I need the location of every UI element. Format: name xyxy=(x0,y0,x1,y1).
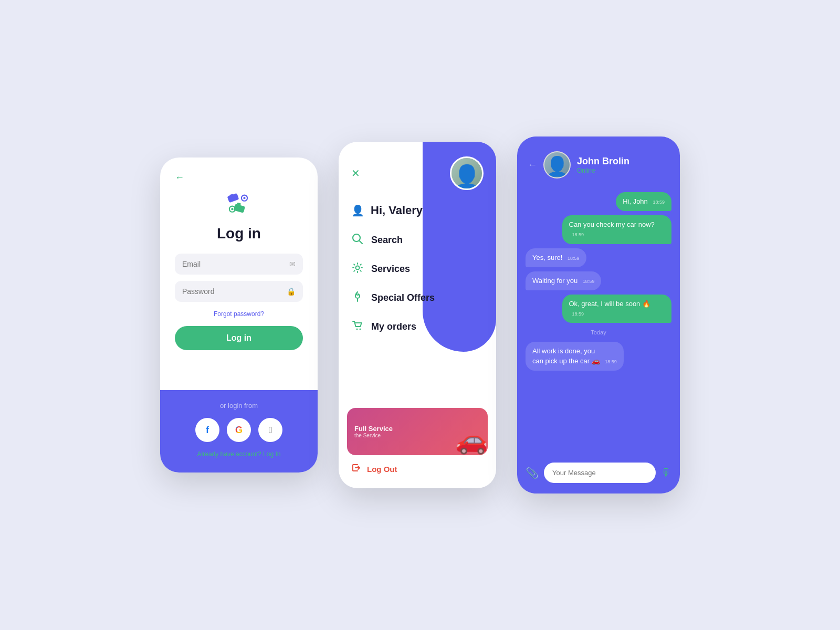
facebook-login-button[interactable]: f xyxy=(195,418,219,442)
svg-point-5 xyxy=(231,208,233,210)
password-input[interactable] xyxy=(182,287,287,296)
lock-icon: 🔒 xyxy=(287,287,296,296)
forgot-password-link[interactable]: Forgot password? xyxy=(214,310,264,318)
card-title: Full Service xyxy=(354,425,393,433)
svg-point-7 xyxy=(243,197,245,199)
password-field-container[interactable]: 🔒 xyxy=(175,281,303,302)
search-icon xyxy=(351,233,364,247)
close-button[interactable]: ✕ xyxy=(351,167,360,180)
message-bubble: Waiting for you 18:59 xyxy=(526,271,601,290)
message-time: 18:59 xyxy=(572,311,584,317)
google-icon: G xyxy=(235,425,243,436)
login-button[interactable]: Log in xyxy=(175,326,303,350)
contact-name: John Brolin xyxy=(577,156,629,167)
menu-items-list: Search Services Special Offers My orders xyxy=(339,217,496,408)
message-bubble: Can you check my car now? 18:59 xyxy=(562,215,672,244)
svg-rect-0 xyxy=(227,193,239,203)
person-icon: 👤 xyxy=(351,204,364,217)
menu-item-search[interactable]: Search xyxy=(351,228,484,253)
login-social-section: or login from f G  Already have account… xyxy=(160,390,318,472)
apple-icon:  xyxy=(269,425,272,436)
message-text: Waiting for you xyxy=(532,277,578,285)
greeting-text: Hi, Valery xyxy=(371,204,423,217)
message-bubble: Yes, sure! 18:59 xyxy=(526,248,586,267)
contact-status: Online xyxy=(577,167,629,174)
message-time: 18:59 xyxy=(653,200,665,205)
avatar-face-icon: 👤 xyxy=(545,155,569,177)
avatar-image: 👤 xyxy=(544,152,570,177)
gear-icon xyxy=(351,262,364,276)
menu-header: ✕ 👤 xyxy=(339,142,496,198)
message-bubble: All work is done, youcan pick up the car… xyxy=(526,342,624,370)
page-title: Log in xyxy=(217,225,261,242)
avatar-image: 👤 xyxy=(452,158,482,188)
login-screen: ← Log in ✉ 🔒 Forgot password? xyxy=(160,158,318,472)
logout-label: Log Out xyxy=(367,465,397,474)
message-text: Hi, John xyxy=(623,197,648,205)
message-time: 18:59 xyxy=(572,232,584,237)
orders-label: My orders xyxy=(371,321,416,332)
message-time: 18:59 xyxy=(568,256,580,261)
menu-item-orders[interactable]: My orders xyxy=(351,314,484,339)
email-field-container[interactable]: ✉ xyxy=(175,254,303,275)
email-input[interactable] xyxy=(182,260,289,268)
chat-screen: ← 👤 John Brolin Online Hi, John 18:59 Ca… xyxy=(517,136,680,494)
chat-user-info: John Brolin Online xyxy=(577,156,629,174)
login-top-section: ← Log in ✉ 🔒 Forgot password? xyxy=(160,158,318,390)
menu-item-special-offers[interactable]: Special Offers xyxy=(351,286,484,310)
special-offers-label: Special Offers xyxy=(371,292,435,303)
search-label: Search xyxy=(371,235,403,246)
car-icon: 🚗 xyxy=(455,425,488,455)
signin-link[interactable]: Log In xyxy=(263,450,280,458)
message-text: Ok, great, I will be soon 🔥 xyxy=(569,300,650,308)
message-time: 18:59 xyxy=(583,279,595,284)
message-bubble: Ok, great, I will be soon 🔥 18:59 xyxy=(562,295,672,323)
services-label: Services xyxy=(371,264,410,275)
avatar-silhouette-icon: 👤 xyxy=(453,165,481,188)
or-divider: or login from xyxy=(220,402,258,410)
chat-contact-avatar: 👤 xyxy=(543,151,571,178)
greeting-row: 👤 Hi, Valery xyxy=(339,198,496,217)
svg-point-10 xyxy=(356,266,360,270)
menu-item-services[interactable]: Services xyxy=(351,257,484,281)
user-avatar: 👤 xyxy=(450,156,484,190)
promo-card[interactable]: Full Service the Service 🚗 xyxy=(347,408,488,455)
chat-date-divider: Today xyxy=(526,329,671,335)
promo-card-text: Full Service the Service xyxy=(347,418,400,445)
svg-point-12 xyxy=(360,329,361,330)
message-bubble: Hi, John 18:59 xyxy=(616,192,671,211)
svg-line-9 xyxy=(360,241,363,244)
back-button[interactable]: ← xyxy=(175,172,184,183)
chat-input-row: 📎 🎙 xyxy=(517,456,680,494)
social-buttons-row: f G  xyxy=(195,418,282,442)
logout-button[interactable]: Log Out xyxy=(339,455,496,488)
message-input[interactable] xyxy=(544,463,656,483)
chat-messages-list: Hi, John 18:59 Can you check my car now?… xyxy=(517,187,680,456)
cart-icon xyxy=(351,320,364,334)
menu-content-area: ✕ 👤 👤 Hi, Valery Search S xyxy=(339,142,496,488)
svg-point-11 xyxy=(356,329,358,330)
message-text: Yes, sure! xyxy=(532,254,562,261)
message-text: Can you check my car now? xyxy=(569,220,655,228)
apple-login-button[interactable]:  xyxy=(258,418,282,442)
attach-icon[interactable]: 📎 xyxy=(526,467,539,479)
chat-header: ← 👤 John Brolin Online xyxy=(517,136,680,187)
chat-back-button[interactable]: ← xyxy=(528,160,537,171)
email-icon: ✉ xyxy=(289,260,296,268)
message-time: 18:59 xyxy=(605,359,617,364)
card-subtitle: the Service xyxy=(354,433,393,438)
already-account-text: Already have account? Log In xyxy=(197,450,281,458)
menu-screen: ✕ 👤 👤 Hi, Valery Search S xyxy=(339,142,496,488)
logout-icon xyxy=(351,463,362,476)
app-logo xyxy=(224,188,254,218)
flame-icon xyxy=(351,291,364,305)
microphone-icon[interactable]: 🎙 xyxy=(661,467,671,479)
google-login-button[interactable]: G xyxy=(227,418,251,442)
